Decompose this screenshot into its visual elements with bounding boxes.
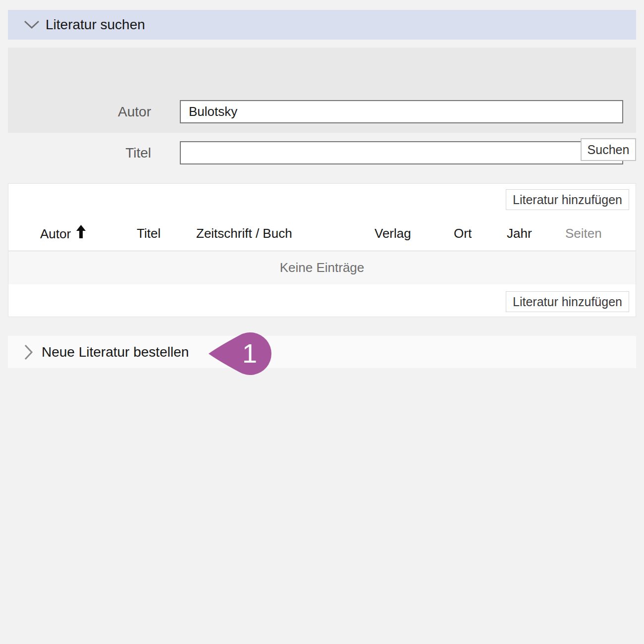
results-table: Literatur hinzufügen Autor Titel Zeitsch… <box>8 183 636 317</box>
literatur-hinzufuegen-button-top[interactable]: Literatur hinzufügen <box>506 189 629 210</box>
titel-label: Titel <box>8 141 151 164</box>
column-header-ort[interactable]: Ort <box>454 225 472 242</box>
annotation-step-balloon: 1 <box>208 332 272 376</box>
column-header-autor[interactable]: Autor <box>40 225 86 242</box>
section-title-neue-literatur-bestellen: Neue Literatur bestellen <box>42 344 189 360</box>
column-header-seiten[interactable]: Seiten <box>565 225 602 242</box>
chevron-down-icon <box>24 20 40 29</box>
column-header-jahr[interactable]: Jahr <box>507 225 532 242</box>
table-header-row: Autor Titel Zeitschrift / Buch Verlag Or… <box>8 225 636 242</box>
empty-table-message: Keine Einträge <box>280 260 365 275</box>
column-header-verlag[interactable]: Verlag <box>375 225 411 242</box>
section-header-literatur-suchen[interactable]: Literatur suchen <box>8 10 636 40</box>
sort-ascending-arrow-icon <box>76 225 86 242</box>
literature-search-form: Autor Titel <box>8 48 636 133</box>
titel-input[interactable] <box>180 141 623 164</box>
empty-table-row: Keine Einträge <box>8 251 636 284</box>
annotation-teardrop-shape <box>209 332 271 375</box>
suchen-button[interactable]: Suchen <box>581 138 636 161</box>
autor-input[interactable] <box>180 100 623 123</box>
column-header-titel[interactable]: Titel <box>137 225 161 242</box>
literatur-hinzufuegen-button-bottom[interactable]: Literatur hinzufügen <box>506 291 629 312</box>
column-header-zeitschrift-buch[interactable]: Zeitschrift / Buch <box>196 225 292 242</box>
autor-label: Autor <box>8 100 151 123</box>
annotation-step-number: 1 <box>242 338 257 368</box>
section-title-literatur-suchen: Literatur suchen <box>46 17 145 33</box>
column-header-autor-label: Autor <box>40 225 71 242</box>
chevron-right-icon <box>24 344 33 360</box>
section-header-neue-literatur-bestellen[interactable]: Neue Literatur bestellen <box>8 336 636 368</box>
